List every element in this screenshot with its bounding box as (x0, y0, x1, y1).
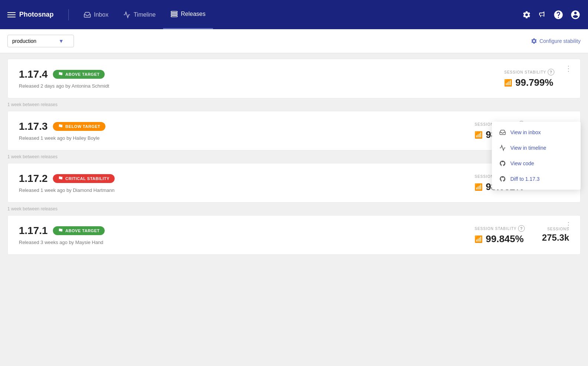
context-menu-view-timeline[interactable]: View in timeline (492, 140, 581, 156)
help-button[interactable] (553, 10, 564, 20)
release-meta-1174: Released 2 days ago by Antonina Schmidt (19, 83, 504, 89)
release-info-1173: 1.17.3 BELOW TARGET Released 1 week ago … (19, 121, 474, 141)
app-name: Photosnap (19, 11, 54, 18)
release-version-1173: 1.17.3 (19, 121, 48, 132)
environment-dropdown[interactable]: production ▼ (7, 35, 74, 47)
svg-rect-0 (171, 11, 178, 13)
release-meta-1173: Released 1 week ago by Hailey Boyle (19, 135, 474, 141)
megaphone-icon (538, 10, 547, 19)
svg-rect-1 (171, 13, 178, 14)
configure-stability-label: Configure stability (540, 38, 581, 44)
context-menu-view-code[interactable]: View code (492, 156, 581, 171)
nav-releases-label: Releases (181, 11, 206, 17)
release-header-1173: 1.17.3 BELOW TARGET (19, 121, 474, 132)
main-content: 1.17.4 ABOVE TARGET Released 2 days ago … (0, 53, 588, 260)
account-button[interactable] (570, 10, 581, 20)
release-meta-1172: Released 1 week ago by Diamond Hartmann (19, 187, 474, 193)
context-menu-view-timeline-label: View in timeline (510, 145, 546, 151)
release-card-1174: 1.17.4 ABOVE TARGET Released 2 days ago … (7, 59, 581, 98)
context-menu: View in inbox View in timeline View code… (492, 122, 581, 190)
stability-block-1171: SESSION STABILITY ? 📶 99.845% (474, 225, 525, 245)
help-icon (553, 10, 564, 20)
notifications-button[interactable] (538, 10, 547, 19)
timeline-menu-icon (499, 145, 506, 151)
github-menu-icon-2 (499, 176, 506, 182)
release-info-1171: 1.17.1 ABOVE TARGET Released 3 weeks ago… (19, 225, 474, 245)
settings-button[interactable] (522, 10, 531, 19)
release-header-1172: 1.17.2 CRITICAL STABILITY (19, 173, 474, 184)
stability-label-1174: SESSION STABILITY ? (504, 69, 554, 75)
release-version-1171: 1.17.1 (19, 225, 48, 237)
context-menu-view-inbox-label: View in inbox (510, 129, 541, 135)
nav-releases[interactable]: Releases (163, 0, 213, 29)
release-info-1174: 1.17.4 ABOVE TARGET Released 2 days ago … (19, 68, 504, 89)
context-menu-diff-label: Diff to 1.17.3 (510, 176, 540, 182)
stability-help-icon-1171[interactable]: ? (518, 225, 525, 232)
release-badge-1172: CRITICAL STABILITY (53, 174, 115, 183)
dropdown-arrow-icon: ▼ (58, 38, 64, 44)
github-menu-icon-1 (499, 160, 506, 167)
inbox-icon (84, 11, 91, 18)
inbox-menu-icon (499, 129, 506, 136)
svg-rect-2 (171, 16, 178, 17)
releases-icon (170, 10, 178, 18)
nav-inbox[interactable]: Inbox (76, 0, 116, 29)
release-version-1174: 1.17.4 (19, 68, 48, 80)
configure-stability-button[interactable]: Configure stability (531, 38, 581, 44)
account-icon (570, 10, 581, 20)
stability-help-icon-1174[interactable]: ? (548, 69, 554, 75)
between-releases-1: 1 week between releases (7, 98, 581, 111)
nav-timeline-label: Timeline (134, 11, 156, 18)
configure-gear-icon (531, 38, 537, 44)
badge-icon-1171 (58, 228, 63, 233)
release-badge-1174: ABOVE TARGET (53, 70, 105, 79)
nav-divider (68, 9, 69, 20)
nav-timeline[interactable]: Timeline (116, 0, 163, 29)
bar-chart-icon-1173: 📶 (474, 131, 483, 139)
toolbar: production ▼ Configure stability (0, 29, 588, 53)
three-dot-button-1171[interactable]: ⋮ (565, 221, 573, 228)
release-meta-1171: Released 3 weeks ago by Maysie Hand (19, 240, 474, 245)
sessions-block-1171: SESSIONS 275.3k (540, 227, 569, 243)
stability-block-1174: SESSION STABILITY ? 📶 99.799% (504, 69, 554, 88)
nav-right (522, 10, 581, 20)
release-header-1171: 1.17.1 ABOVE TARGET (19, 225, 474, 237)
release-version-1172: 1.17.2 (19, 173, 48, 184)
release-badge-1171: ABOVE TARGET (53, 226, 105, 235)
stability-label-1171: SESSION STABILITY ? (474, 225, 525, 232)
stability-value-1171: 📶 99.845% (474, 233, 525, 245)
badge-icon-1173 (58, 124, 63, 129)
bar-chart-icon-1172: 📶 (474, 183, 483, 191)
badge-icon-1174 (58, 72, 63, 77)
nav-links: Inbox Timeline Releases (76, 0, 522, 29)
brand: Photosnap (7, 11, 54, 18)
context-menu-view-inbox[interactable]: View in inbox (492, 125, 581, 140)
context-menu-diff[interactable]: Diff to 1.17.3 (492, 171, 581, 187)
badge-icon-1172 (58, 176, 63, 181)
release-info-1172: 1.17.2 CRITICAL STABILITY Released 1 wee… (19, 173, 474, 193)
sessions-value-1171: 275.3k (540, 233, 569, 243)
nav-inbox-label: Inbox (94, 11, 108, 18)
release-card-1171: 1.17.1 ABOVE TARGET Released 3 weeks ago… (7, 215, 581, 255)
release-header-1174: 1.17.4 ABOVE TARGET (19, 68, 504, 80)
stability-value-1174: 📶 99.799% (504, 77, 554, 88)
context-menu-view-code-label: View code (510, 160, 534, 166)
bar-chart-icon-1174: 📶 (504, 79, 512, 87)
gear-icon (522, 10, 531, 19)
timeline-icon (123, 11, 131, 18)
release-badge-1173: BELOW TARGET (53, 122, 105, 131)
between-releases-3: 1 week between releases (7, 203, 581, 215)
environment-value: production (12, 38, 36, 44)
hamburger-icon[interactable] (7, 12, 16, 17)
navbar: Photosnap Inbox Timeline Releases (0, 0, 588, 29)
three-dot-button-1174[interactable]: ⋮ (565, 65, 573, 72)
bar-chart-icon-1171: 📶 (474, 235, 483, 243)
